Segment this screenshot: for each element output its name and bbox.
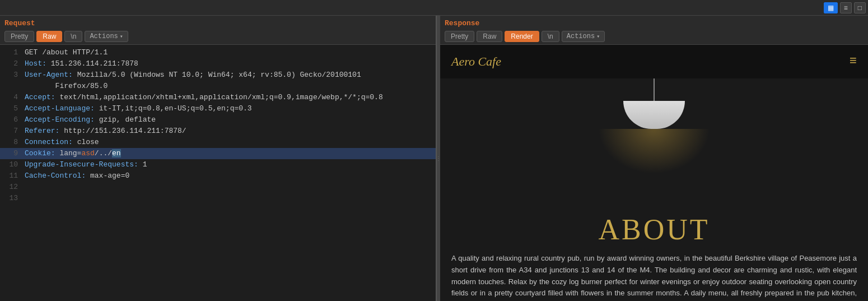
code-line-1: 1 GET /about HTTP/1.1 <box>0 47 436 58</box>
line-number: 7 <box>4 126 18 137</box>
line-number: 10 <box>4 159 18 170</box>
code-line-10: 10 Upgrade-Insecure-Requests: 1 <box>0 159 436 170</box>
lamp-container <box>623 78 685 129</box>
request-pretty-btn[interactable]: Pretty <box>4 31 34 42</box>
request-panel: Request Pretty Raw \n Actions ▾ 1 GET /a… <box>0 16 437 301</box>
response-header: Response <box>440 16 868 29</box>
line-number: 2 <box>4 58 18 70</box>
code-line-content: Accept: text/html,application/xhtml+xml,… <box>25 92 431 103</box>
view-window-btn[interactable]: □ <box>854 2 866 13</box>
code-line-2: 2 Host: 151.236.114.211:7878 <box>0 58 436 70</box>
code-line-content: Connection: close <box>25 137 431 148</box>
code-line-3b: Firefox/85.0 <box>0 81 436 92</box>
code-line-11: 11 Cache-Control: max-age=0 <box>0 170 436 182</box>
response-toolbar: Pretty Raw Render \n Actions ▾ <box>440 29 868 45</box>
code-line-content: Referer: http://151.236.114.211:7878/ <box>25 126 431 137</box>
request-n-btn[interactable]: \n <box>64 31 82 42</box>
line-number: 3 <box>4 70 18 81</box>
code-line-7: 7 Referer: http://151.236.114.211:7878/ <box>0 126 436 137</box>
code-line-12: 12 <box>0 182 436 193</box>
view-list-btn[interactable]: ≡ <box>840 2 852 13</box>
line-number <box>4 81 18 92</box>
chevron-down-icon: ▾ <box>120 33 123 40</box>
lamp-glow <box>598 129 710 174</box>
response-actions-label: Actions <box>567 33 595 40</box>
code-line-3: 3 User-Agent: Mozilla/5.0 (Windows NT 10… <box>0 70 436 81</box>
code-line-8: 8 Connection: close <box>0 137 436 148</box>
code-line-6: 6 Accept-Encoding: gzip, deflate <box>0 114 436 126</box>
code-line-content: User-Agent: Mozilla/5.0 (Windows NT 10.0… <box>25 70 431 81</box>
code-line-4: 4 Accept: text/html,application/xhtml+xm… <box>0 92 436 103</box>
line-number: 6 <box>4 114 18 126</box>
view-grid-btn[interactable]: ▦ <box>824 2 838 13</box>
line-number: 13 <box>4 193 18 204</box>
cafe-logo: Aero Cafe <box>451 54 501 69</box>
line-number: 8 <box>4 137 18 148</box>
top-toolbar: ▦ ≡ □ <box>0 0 868 16</box>
response-render-btn[interactable]: Render <box>505 31 539 42</box>
code-line-content: Upgrade-Insecure-Requests: 1 <box>25 159 431 170</box>
response-raw-btn[interactable]: Raw <box>477 31 502 42</box>
lamp-cord <box>654 78 655 101</box>
cafe-about-text: A quality and relaxing rural country pub… <box>440 246 868 301</box>
code-line-content: Cookie: lang=asd/../en <box>25 148 431 159</box>
response-render-area: Aero Cafe ≡ ABOUT A quality and relaxing… <box>440 45 868 301</box>
chevron-down-icon: ▾ <box>596 33 600 40</box>
code-line-13: 13 <box>0 193 436 204</box>
lamp-shade <box>623 101 685 129</box>
response-pretty-btn[interactable]: Pretty <box>445 31 474 42</box>
request-toolbar: Pretty Raw \n Actions ▾ <box>0 29 436 45</box>
cafe-hero <box>440 78 868 196</box>
code-line-9: 9 Cookie: lang=asd/../en <box>0 148 436 159</box>
cafe-website: Aero Cafe ≡ ABOUT A quality and relaxing… <box>440 45 868 301</box>
response-actions-dropdown[interactable]: Actions ▾ <box>562 31 605 42</box>
main-container: Request Pretty Raw \n Actions ▾ 1 GET /a… <box>0 16 868 301</box>
request-raw-btn[interactable]: Raw <box>36 31 62 42</box>
code-line-content: Accept-Encoding: gzip, deflate <box>25 114 431 126</box>
line-number: 12 <box>4 182 18 193</box>
line-number: 11 <box>4 170 18 182</box>
line-number: 9 <box>4 148 18 159</box>
code-line-content: Host: 151.236.114.211:7878 <box>25 58 431 70</box>
code-line-5: 5 Accept-Language: it-IT,it;q=0.8,en-US;… <box>0 103 436 114</box>
code-line-content: Cache-Control: max-age=0 <box>25 170 431 182</box>
request-line-method: GET /about HTTP/1.1 <box>25 47 431 58</box>
response-n-btn[interactable]: \n <box>542 31 559 42</box>
code-line-content: Accept-Language: it-IT,it;q=0.8,en-US;q=… <box>25 103 431 114</box>
cafe-menu-icon: ≡ <box>850 55 857 68</box>
code-line-content: Firefox/85.0 <box>25 81 431 92</box>
request-header: Request <box>0 16 436 29</box>
cafe-navbar: Aero Cafe ≡ <box>440 45 868 78</box>
request-actions-label: Actions <box>90 33 118 40</box>
line-number: 1 <box>4 47 18 58</box>
line-number: 4 <box>4 92 18 103</box>
response-panel: Response Pretty Raw Render \n Actions ▾ … <box>440 16 868 301</box>
line-number: 5 <box>4 103 18 114</box>
request-actions-dropdown[interactable]: Actions ▾ <box>85 31 128 42</box>
request-code-area: 1 GET /about HTTP/1.1 2 Host: 151.236.11… <box>0 45 436 301</box>
cafe-about-title: ABOUT <box>440 213 868 246</box>
